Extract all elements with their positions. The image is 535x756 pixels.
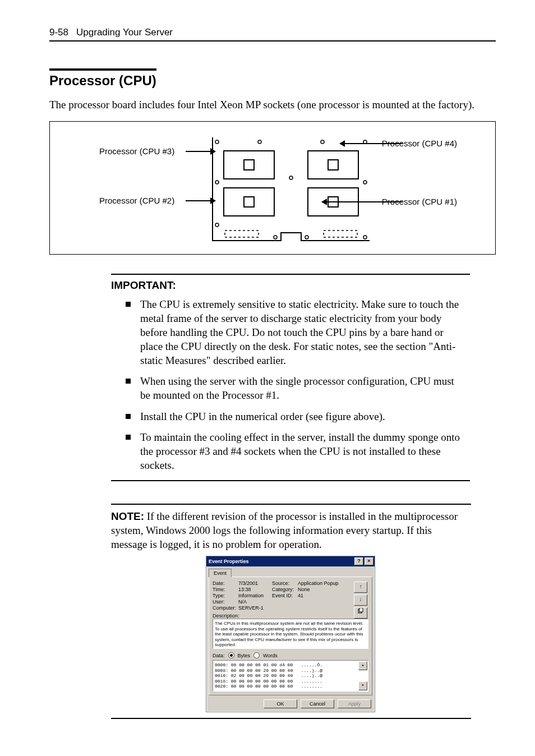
svg-point-4 [363,140,367,144]
svg-rect-17 [244,197,254,207]
description-box: The CPUs in this multiprocessor system a… [213,619,368,649]
radio-words[interactable] [253,652,260,658]
note-text: If the different revision of the process… [111,510,458,550]
label-description: Description: [213,613,368,619]
svg-rect-16 [224,188,274,216]
svg-point-6 [215,181,219,184]
next-event-button[interactable]: ↓ [354,594,367,606]
svg-rect-15 [328,160,338,170]
label-user: User: [213,599,236,605]
running-header: 9-58 Upgrading Your Server [49,27,496,38]
svg-point-10 [305,236,308,239]
copy-icon [357,608,364,615]
svg-point-7 [363,181,367,184]
apply-button[interactable]: Apply [338,699,371,708]
label-bytes: Bytes [238,653,251,658]
value-type: Information [238,593,270,598]
value-time: 13:38 [238,587,270,592]
important-item: The CPU is extremely sensitive to static… [126,297,467,367]
label-time: Time: [213,587,236,592]
board-diagram-icon [207,134,375,246]
running-title: Upgrading Your Server [76,27,173,38]
important-block: IMPORTANT: The CPU is extremely sensitiv… [111,274,470,481]
event-details-grid: Date: 7/3/2001 Source: Application Popup… [213,580,368,611]
intro-paragraph: The processor board includes four Intel … [49,99,496,111]
event-properties-dialog: Event Properties ? × Event ↑ ↓ [206,556,375,712]
label-type: Type: [213,593,236,598]
copy-button[interactable] [354,607,367,619]
processor-layout-figure: Processor (CPU #3) Processor (CPU #4) Pr… [49,121,496,255]
label-cpu3: Processor (CPU #3) [99,146,174,156]
svg-rect-12 [224,151,274,179]
label-category: Category: [272,587,296,592]
label-data: Data: [213,653,225,658]
important-item: Install the CPU in the numerical order (… [126,409,467,423]
tab-event[interactable]: Event [209,569,232,577]
value-computer: SERVER-1 [238,605,270,611]
svg-rect-23 [359,608,363,612]
prev-event-button[interactable]: ↑ [354,582,367,593]
dialog-titlebar: Event Properties ? × [206,556,375,566]
important-heading: IMPORTANT: [111,279,470,292]
scroll-down-button[interactable]: ▾ [358,681,367,690]
svg-point-9 [274,236,277,239]
svg-rect-20 [225,231,259,237]
radio-bytes[interactable] [228,652,234,658]
label-cpu2: Processor (CPU #2) [99,196,174,205]
scroll-up-button[interactable]: ▴ [358,661,367,670]
close-button[interactable]: × [365,557,373,565]
note-label: NOTE: [111,510,144,522]
label-eventid: Event ID: [272,593,296,598]
label-words: Words [263,653,278,658]
dialog-title: Event Properties [209,559,249,564]
section-title: Processor (CPU) [49,68,156,89]
svg-rect-21 [324,231,357,237]
svg-point-1 [215,140,219,144]
cancel-button[interactable]: Cancel [301,699,334,708]
value-date: 7/3/2001 [238,580,270,586]
svg-rect-13 [244,160,254,170]
label-computer: Computer: [213,605,236,611]
important-item: When using the server with the single pr… [126,374,467,402]
hexdump-text: 0000: 00 00 00 00 01 00 d4 00 ......Ô. 0… [215,662,322,689]
data-hexdump: 0000: 00 00 00 00 01 00 d4 00 ......Ô. 0… [213,660,368,692]
svg-rect-18 [308,188,358,216]
svg-rect-14 [308,151,358,179]
header-rule [49,40,496,42]
svg-rect-19 [328,197,338,207]
label-date: Date: [213,580,236,586]
svg-point-3 [321,140,324,144]
help-button[interactable]: ? [354,557,363,565]
label-source: Source: [272,580,296,586]
svg-point-2 [258,140,261,144]
ok-button[interactable]: OK [264,699,297,708]
value-user: N/A [238,599,270,605]
note-block: NOTE: If the different revision of the p… [111,504,471,719]
page-number: 9-58 [49,27,68,38]
important-item: To maintain the cooling effect in the se… [126,430,467,472]
svg-point-5 [289,176,293,179]
svg-point-11 [363,236,367,239]
note-paragraph: NOTE: If the different revision of the p… [111,509,470,551]
svg-point-8 [215,223,219,227]
